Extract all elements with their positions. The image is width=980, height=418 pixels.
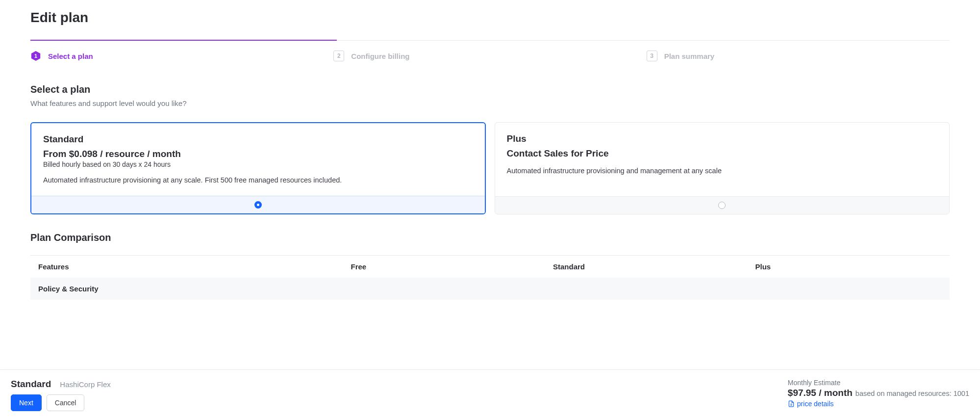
page-title: Edit plan xyxy=(30,10,950,26)
plan-plus-price: Contact Sales for Price xyxy=(507,148,938,159)
step-1-indicator: 1 xyxy=(30,51,41,61)
plan-plus-footer[interactable] xyxy=(495,196,950,214)
plan-standard-name: Standard xyxy=(43,134,473,145)
section-heading: Select a plan xyxy=(30,84,950,95)
plan-cards: Standard From $0.098 / resource / month … xyxy=(30,122,950,214)
plan-plus-desc: Automated infrastructure provisioning an… xyxy=(507,167,938,175)
plan-card-standard[interactable]: Standard From $0.098 / resource / month … xyxy=(30,122,486,214)
step-3-indicator: 3 xyxy=(647,51,657,61)
plan-plus-name: Plus xyxy=(507,133,938,144)
col-plus: Plus xyxy=(748,256,950,278)
col-features: Features xyxy=(30,256,343,278)
step-select-plan[interactable]: 1 Select a plan xyxy=(30,41,333,76)
step-3-label: Plan summary xyxy=(664,52,715,60)
plan-standard-price: From $0.098 / resource / month xyxy=(43,149,473,159)
stepper: 1 Select a plan 2 Configure billing 3 Pl… xyxy=(30,40,950,76)
plan-standard-footer[interactable] xyxy=(31,196,485,213)
col-standard: Standard xyxy=(545,256,748,278)
col-free: Free xyxy=(343,256,546,278)
plan-standard-desc: Automated infrastructure provisioning at… xyxy=(43,176,473,184)
step-configure-billing[interactable]: 2 Configure billing xyxy=(333,41,636,76)
comparison-table: Features Free Standard Plus Policy & Sec… xyxy=(30,255,950,300)
plan-standard-price-sub: Billed hourly based on 30 days x 24 hour… xyxy=(43,160,473,168)
plan-card-plus[interactable]: Plus Contact Sales for Price Automated i… xyxy=(495,122,950,214)
radio-standard[interactable] xyxy=(254,201,262,209)
radio-plus[interactable] xyxy=(718,202,726,209)
step-plan-summary[interactable]: 3 Plan summary xyxy=(637,41,950,76)
comparison-section-row: Policy & Security xyxy=(30,278,950,300)
step-1-label: Select a plan xyxy=(48,52,93,60)
section-subtext: What features and support level would yo… xyxy=(30,99,950,107)
step-2-indicator: 2 xyxy=(333,51,344,61)
comparison-heading: Plan Comparison xyxy=(30,232,950,243)
step-2-label: Configure billing xyxy=(351,52,409,60)
